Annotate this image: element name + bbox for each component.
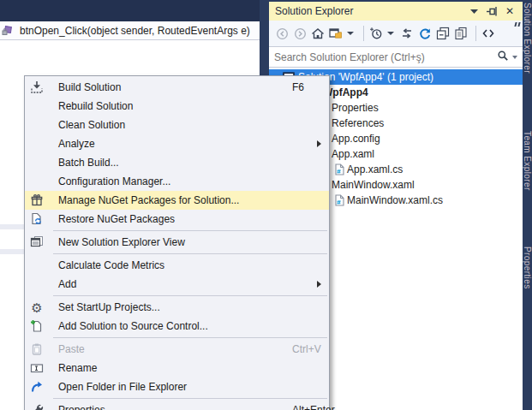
menu-shortcut: F6 xyxy=(292,81,304,93)
editor-nav-member-label: btnOpen_Click(object sender, RoutedEvent… xyxy=(20,25,250,37)
add-to-source-control-icon xyxy=(30,319,44,333)
switch-views-dropdown-icon[interactable] xyxy=(347,32,354,35)
menu-item-rename[interactable]: Rename xyxy=(25,359,329,377)
menu-shortcut: Ctrl+V xyxy=(292,343,321,355)
new-view-icon xyxy=(30,235,44,249)
menu-separator xyxy=(53,230,327,231)
vs-window: { "colors": { "navy": "#2B3C5F", "editor… xyxy=(0,0,532,410)
menu-item-restore-nuget-packages[interactable]: Restore NuGet Packages xyxy=(25,210,329,229)
menu-separator xyxy=(53,253,327,254)
empty-icon-slot xyxy=(30,156,44,169)
menu-item-clean-solution[interactable]: Clean Solution xyxy=(25,116,329,134)
search-icon[interactable] xyxy=(497,50,509,64)
nuget-restore-icon xyxy=(30,212,44,226)
menu-item-open-folder-in-file-explorer[interactable]: Open Folder in File Explorer xyxy=(25,377,329,396)
empty-icon-slot xyxy=(30,99,44,113)
refresh-icon[interactable] xyxy=(417,26,433,41)
toolbar-separator xyxy=(363,26,364,41)
search-box[interactable]: Search Solution Explorer (Ctrl+ş) xyxy=(269,46,523,68)
menu-item-paste[interactable]: Paste Ctrl+V xyxy=(25,340,329,359)
menu-item-configuration-manager[interactable]: Configuration Manager... xyxy=(25,172,329,191)
menu-item-new-solution-explorer-view[interactable]: New Solution Explorer View xyxy=(25,233,329,252)
menu-item-calculate-code-metrics[interactable]: Calculate Code Metrics xyxy=(25,256,329,275)
menu-item-analyze[interactable]: Analyze xyxy=(25,134,329,153)
home-icon[interactable] xyxy=(310,26,326,41)
menu-item-properties[interactable]: Properties Alt+Enter xyxy=(25,401,329,410)
submenu-arrow-icon xyxy=(317,140,321,147)
menu-item-manage-nuget-packages[interactable]: Manage NuGet Packages for Solution... xyxy=(25,191,329,210)
solution-explorer-title-bar[interactable]: Solution Explorer ✕ xyxy=(269,0,523,21)
editor-top-bar xyxy=(0,0,260,21)
wrench-icon xyxy=(30,403,44,410)
show-all-files-icon[interactable] xyxy=(453,26,469,41)
autohide-tab-strip: Solution Explorer Team Explorer Properti… xyxy=(523,0,532,410)
search-placeholder: Search Solution Explorer (Ctrl+ş) xyxy=(274,51,497,63)
sync-with-active-document-icon[interactable] xyxy=(399,26,415,41)
tab-team-explorer[interactable]: Team Explorer xyxy=(523,131,532,191)
search-options-dropdown-icon[interactable] xyxy=(512,56,517,59)
csharp-file-icon xyxy=(334,194,344,206)
csharp-file-icon xyxy=(334,163,344,175)
menu-item-build-solution[interactable]: Build Solution F6 xyxy=(25,78,329,97)
empty-icon-slot xyxy=(30,277,44,291)
pending-changes-filter-icon[interactable] xyxy=(368,26,384,41)
pin-icon[interactable] xyxy=(485,4,499,18)
collapse-all-icon[interactable] xyxy=(435,26,451,41)
rename-icon xyxy=(30,361,44,375)
panel-title: Solution Explorer xyxy=(275,5,353,17)
menu-item-add[interactable]: Add xyxy=(25,275,329,294)
window-position-icon[interactable] xyxy=(467,4,481,18)
menu-item-rebuild-solution[interactable]: Rebuild Solution xyxy=(25,97,329,116)
empty-icon-slot xyxy=(30,258,44,272)
solution-explorer-toolbar xyxy=(269,21,523,46)
forward-icon[interactable] xyxy=(292,26,308,41)
back-icon[interactable] xyxy=(274,26,290,41)
switch-views-icon[interactable] xyxy=(328,26,344,41)
view-code-icon[interactable] xyxy=(481,26,496,41)
nuget-package-icon xyxy=(30,193,44,207)
empty-icon-slot xyxy=(30,118,44,132)
menu-item-batch-build[interactable]: Batch Build... xyxy=(25,153,329,172)
submenu-arrow-icon xyxy=(317,281,321,288)
menu-separator xyxy=(53,398,327,399)
method-icon xyxy=(2,25,13,36)
close-icon[interactable]: ✕ xyxy=(503,4,517,18)
toolbar-overflow-icon[interactable] xyxy=(515,22,520,27)
menu-separator xyxy=(53,337,327,338)
toolbar-separator xyxy=(475,26,476,41)
filter-dropdown-icon[interactable] xyxy=(387,32,394,35)
empty-icon-slot xyxy=(30,175,44,188)
menu-item-set-startup-projects[interactable]: ⚙ Set StartUp Projects... xyxy=(25,298,329,317)
build-icon xyxy=(30,80,44,94)
tab-properties[interactable]: Properties xyxy=(523,247,532,289)
tab-solution-explorer[interactable]: Solution Explorer xyxy=(523,3,532,74)
paste-icon xyxy=(30,342,44,356)
editor-navigation-bar[interactable]: btnOpen_Click(object sender, RoutedEvent… xyxy=(0,21,261,40)
menu-shortcut: Alt+Enter xyxy=(292,404,335,410)
menu-separator xyxy=(53,295,327,296)
solution-context-menu: Build Solution F6 Rebuild Solution Clean… xyxy=(24,75,330,410)
open-folder-icon xyxy=(30,380,44,394)
gear-icon: ⚙ xyxy=(30,300,44,314)
empty-icon-slot xyxy=(30,137,44,151)
menu-item-add-solution-to-source-control[interactable]: Add Solution to Source Control... xyxy=(25,317,329,336)
